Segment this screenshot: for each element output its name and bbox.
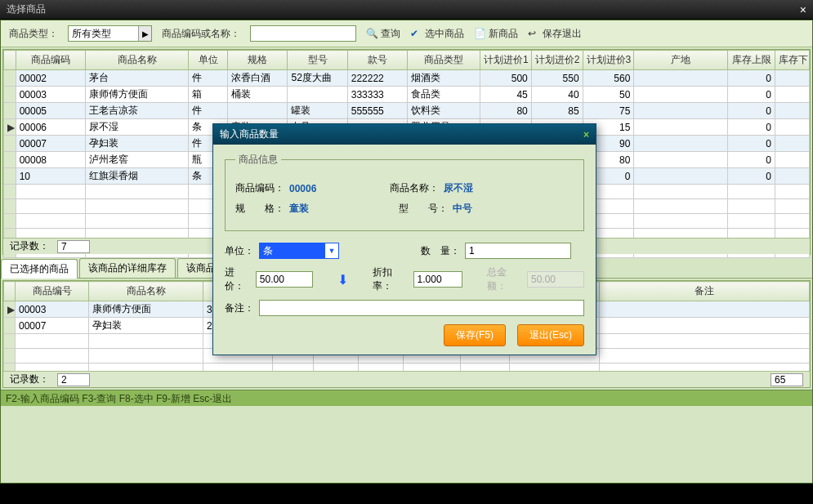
column-header[interactable]: 规格: [228, 51, 288, 70]
toolbar: 商品类型： ▶ 商品编码或名称： 🔍 查询 ✔ 选中商品 📄 新商品 ↩ 保存退…: [1, 20, 812, 47]
qty-label: 数 量：: [421, 244, 460, 258]
record-count: 7: [57, 240, 90, 253]
spec-label: 规 格：: [235, 202, 284, 216]
tab[interactable]: 已选择的商品: [1, 259, 78, 279]
column-header[interactable]: 计划进价2: [531, 51, 583, 70]
name-label: 商品名称：: [390, 181, 439, 195]
table-row[interactable]: 00003康师傅方便面箱桶装333333食品类4540500: [4, 87, 810, 103]
column-header[interactable]: [4, 282, 16, 301]
group-legend: 商品信息: [235, 153, 281, 167]
exit-icon: ↩: [528, 28, 539, 39]
column-header[interactable]: 计划进价1: [480, 51, 531, 70]
table-row[interactable]: 00002茅台件浓香白酒52度大曲222222烟酒类5005505600: [4, 70, 810, 87]
quantity-dialog: 输入商品数量 × 商品信息 商品编码：00006 商品名称：尿不湿 规 格：童装…: [212, 123, 596, 355]
price-input[interactable]: [256, 271, 313, 288]
query-button[interactable]: 🔍 查询: [366, 27, 400, 41]
price-label: 进价：: [225, 265, 251, 293]
unit-label: 单位：: [225, 244, 254, 258]
code-label: 商品编码：: [235, 181, 284, 195]
remark-input[interactable]: [259, 300, 584, 316]
arrow-down-icon[interactable]: ⬇: [337, 272, 348, 288]
discount-input[interactable]: [413, 271, 462, 288]
new-button[interactable]: 📄 新商品: [474, 27, 518, 41]
column-header[interactable]: 商品名称: [86, 51, 189, 70]
table-row[interactable]: 00005王老吉凉茶件罐装555555饮料类8085750: [4, 103, 810, 119]
model-value: 中号: [453, 202, 472, 216]
window-title: 选择商品: [7, 2, 46, 16]
qty-input[interactable]: [465, 243, 571, 259]
code-value: 00006: [289, 183, 316, 194]
save-exit-button[interactable]: ↩ 保存退出: [528, 27, 582, 41]
document-icon: 📄: [474, 28, 485, 39]
column-header[interactable]: 计划进价3: [583, 51, 634, 70]
column-header[interactable]: 单位: [189, 51, 228, 70]
total-label: 总金额：: [487, 265, 522, 293]
type-combo[interactable]: ▶: [68, 25, 152, 42]
bottom-record-bar: 记录数： 2 65: [3, 371, 810, 387]
column-header[interactable]: 库存上限: [728, 51, 775, 70]
code-input[interactable]: [250, 25, 356, 42]
type-label: 商品类型：: [9, 27, 58, 41]
record-label: 记录数：: [10, 372, 49, 386]
code-label: 商品编码或名称：: [162, 27, 240, 41]
record-label: 记录数：: [10, 239, 49, 253]
column-header[interactable]: 商品类型: [408, 51, 480, 70]
close-icon[interactable]: ×: [583, 129, 589, 140]
total-output: [527, 271, 584, 288]
column-header[interactable]: 备注: [600, 282, 810, 301]
save-button[interactable]: 保存(F5): [444, 324, 506, 346]
type-input[interactable]: [69, 26, 138, 41]
window-titlebar: 选择商品 ×: [0, 0, 813, 20]
column-header[interactable]: 商品编码: [16, 51, 86, 70]
column-header[interactable]: 型号: [288, 51, 347, 70]
chevron-right-icon[interactable]: ▶: [138, 26, 151, 41]
dialog-titlebar[interactable]: 输入商品数量 ×: [213, 124, 596, 145]
column-header[interactable]: 商品名称: [89, 282, 203, 301]
close-icon[interactable]: ×: [800, 3, 806, 16]
product-info-group: 商品信息 商品编码：00006 商品名称：尿不湿 规 格：童装 型 号：中号: [225, 153, 584, 231]
column-header[interactable]: 库存下: [775, 51, 810, 70]
dialog-title: 输入商品数量: [220, 127, 279, 141]
column-header[interactable]: 商品编号: [16, 282, 89, 301]
total-sum: 65: [771, 373, 803, 386]
spec-value: 童装: [289, 202, 309, 216]
name-value: 尿不湿: [444, 181, 473, 195]
status-bar: F2-输入商品编码 F3-查询 F8-选中 F9-新增 Esc-退出: [1, 390, 812, 406]
unit-select[interactable]: 条 ▼: [259, 243, 339, 259]
search-icon: 🔍: [366, 28, 377, 39]
check-icon: ✔: [410, 28, 422, 39]
exit-button[interactable]: 退出(Esc): [517, 324, 584, 346]
model-label: 型 号：: [399, 202, 448, 216]
column-header[interactable]: 产地: [634, 51, 728, 70]
column-header[interactable]: 款号: [347, 51, 407, 70]
chevron-down-icon[interactable]: ▼: [325, 243, 338, 258]
remark-label: 备注：: [225, 301, 254, 315]
record-count: 2: [57, 373, 90, 386]
tab[interactable]: 该商品的详细库存: [79, 258, 176, 278]
select-button[interactable]: ✔ 选中商品: [410, 27, 464, 41]
column-header[interactable]: [4, 51, 16, 70]
discount-label: 折扣率：: [373, 265, 409, 293]
